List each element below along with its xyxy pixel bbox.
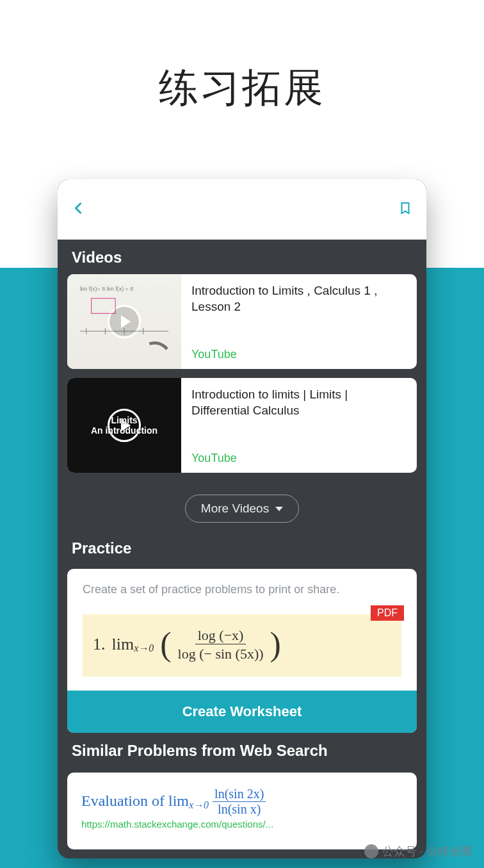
video-thumbnail: lim f(x)= 8 lim f(x) = 8 [67,274,181,369]
similar-problem-card[interactable]: Evaluation of limx→0 ln(sin 2x) ln(sin x… [67,773,417,849]
fraction-denominator: log (− sin (5x)) [178,644,264,662]
lim-text: lim [168,792,189,810]
lim-text: lim [112,635,134,654]
video-card[interactable]: lim f(x)= 8 lim f(x) = 8 Introduction to… [67,274,417,369]
wechat-icon [364,844,378,858]
page-title: 练习拓展 [0,61,484,115]
right-paren: ) [270,633,281,656]
practice-problem: PDF 1. limx→0 ( log (−x) log (− sin (5x)… [83,614,401,676]
bookmark-button[interactable] [398,200,412,219]
video-title: Introduction to Limits , Calculus 1 , Le… [191,283,407,315]
section-title-practice: Practice [58,530,426,565]
similar-problem-url: https://math.stackexchange.com/questions… [81,819,403,830]
fraction-numerator: ln(sin 2x) [213,787,266,802]
app-header [58,179,426,240]
fraction: ln(sin 2x) ln(sin x) [213,787,266,816]
app-screenshot: Videos lim f(x)= 8 lim f(x) = 8 Introduc… [58,179,426,858]
more-videos-button[interactable]: More Videos [185,495,299,523]
practice-formula: 1. limx→0 ( log (−x) log (− sin (5x)) ) [93,627,391,662]
video-source: YouTube [191,348,407,361]
lim-subscript: x→0 [134,643,154,654]
practice-description: Create a set of practice problems to pri… [67,569,417,614]
svg-text:lim f(x)= 8   lim f(x) = 8: lim f(x)= 8 lim f(x) = 8 [80,286,133,292]
section-title-videos: Videos [58,240,426,274]
section-title-similar: Similar Problems from Web Search [58,733,426,767]
left-paren: ( [160,633,171,656]
pdf-badge: PDF [371,605,404,621]
fraction-numerator: log (−x) [195,627,246,644]
fraction-denominator: ln(sin x) [218,802,261,816]
fraction: log (−x) log (− sin (5x)) [178,627,264,662]
create-worksheet-button[interactable]: Create Worksheet [67,691,417,733]
svg-rect-5 [92,299,116,314]
lim-subscript: x→0 [189,799,209,811]
video-card[interactable]: Limits An introduction Introduction to l… [67,378,417,473]
chevron-down-icon [275,507,283,511]
practice-card: Create a set of practice problems to pri… [67,569,417,733]
thumbnail-overlay-text: Limits An introduction [67,415,181,436]
more-videos-label: More Videos [201,502,269,516]
watermark-text: 公众号 · 尖峰创圈 [382,844,472,859]
video-list: lim f(x)= 8 lim f(x) = 8 Introduction to… [58,274,426,473]
item-number: 1. [93,635,106,654]
video-source: YouTube [191,452,407,465]
watermark: 公众号 · 尖峰创圈 [364,844,472,859]
similar-prefix: Evaluation of [81,792,165,810]
similar-problem-title: Evaluation of limx→0 ln(sin 2x) ln(sin x… [81,787,403,816]
back-button[interactable] [72,200,86,219]
video-thumbnail: Limits An introduction [67,378,181,473]
video-title: Introduction to limits | Limits | Differ… [191,387,407,418]
